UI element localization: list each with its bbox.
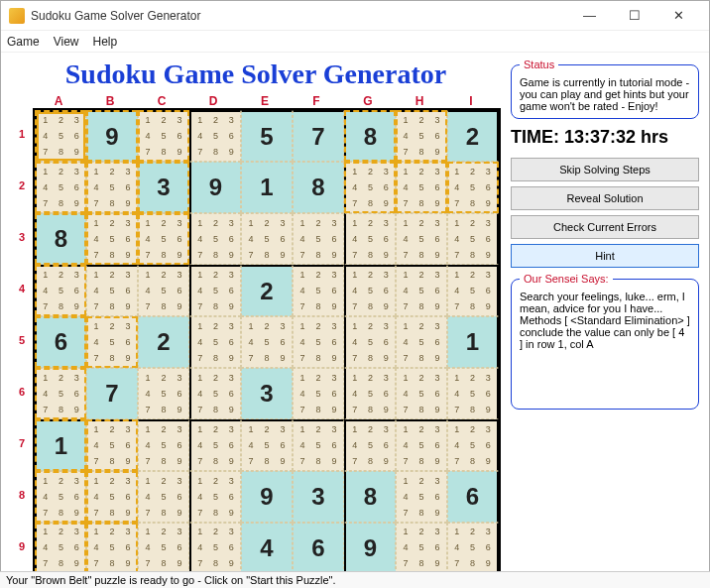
cell[interactable]: 123456789	[396, 368, 447, 419]
cell[interactable]: 7	[293, 110, 344, 162]
skip-solving-button[interactable]: Skip Solving Steps	[511, 158, 699, 181]
cell[interactable]: 123456789	[189, 316, 241, 368]
cell[interactable]: 9	[189, 162, 241, 213]
cell[interactable]: 123456789	[396, 316, 447, 368]
cell[interactable]: 123456789	[396, 265, 447, 316]
cell[interactable]: 123456789	[189, 523, 241, 574]
cell[interactable]: 2	[241, 265, 293, 316]
cell[interactable]: 123456789	[447, 162, 499, 213]
cell[interactable]: 123456789	[344, 265, 396, 316]
cell[interactable]: 123456789	[293, 265, 344, 316]
cell[interactable]: 123456789	[189, 110, 241, 162]
cell[interactable]: 123456789	[396, 419, 447, 471]
pencil-mark: 5	[259, 334, 275, 350]
cell[interactable]: 3	[138, 162, 189, 213]
cell[interactable]: 123456789	[396, 471, 447, 523]
cell[interactable]: 123456789	[241, 213, 293, 265]
cell[interactable]: 123456789	[447, 265, 499, 316]
cell[interactable]: 123456789	[447, 213, 499, 265]
cell[interactable]: 123456789	[86, 316, 138, 368]
cell[interactable]: 9	[344, 523, 396, 574]
cell[interactable]: 123456789	[189, 265, 241, 316]
menu-game[interactable]: Game	[7, 35, 40, 49]
cell[interactable]: 6	[35, 316, 86, 368]
cell[interactable]: 8	[293, 162, 344, 213]
cell[interactable]: 9	[86, 110, 138, 162]
cell[interactable]: 5	[241, 110, 293, 162]
cell[interactable]: 123456789	[447, 368, 499, 419]
cell[interactable]: 4	[241, 523, 293, 574]
cell[interactable]: 123456789	[344, 162, 396, 213]
cell[interactable]: 123456789	[35, 265, 86, 316]
cell[interactable]: 1	[447, 316, 499, 368]
maximize-button[interactable]: ☐	[612, 1, 656, 31]
cell[interactable]: 123456789	[86, 213, 138, 265]
cell[interactable]: 123456789	[86, 471, 138, 523]
cell[interactable]: 123456789	[138, 110, 189, 162]
cell[interactable]: 123456789	[35, 162, 86, 213]
cell[interactable]: 123456789	[189, 213, 241, 265]
cell[interactable]: 6	[447, 471, 499, 523]
cell[interactable]: 123456789	[86, 419, 138, 471]
cell[interactable]: 123456789	[344, 368, 396, 419]
cell[interactable]: 123456789	[86, 265, 138, 316]
cell[interactable]: 123456789	[344, 419, 396, 471]
cell[interactable]: 9	[241, 471, 293, 523]
pencil-mark: 5	[208, 489, 224, 505]
cell[interactable]: 123456789	[447, 419, 499, 471]
cell[interactable]: 1	[241, 162, 293, 213]
cell[interactable]: 123456789	[344, 316, 396, 368]
cell[interactable]: 2	[138, 316, 189, 368]
close-button[interactable]: ✕	[656, 1, 701, 31]
cell[interactable]: 123456789	[138, 523, 189, 574]
cell[interactable]: 123456789	[138, 471, 189, 523]
cell[interactable]: 123456789	[447, 523, 499, 574]
cell[interactable]: 123456789	[396, 523, 447, 574]
cell[interactable]: 123456789	[396, 213, 447, 265]
minimize-button[interactable]: —	[567, 1, 612, 31]
pencil-mark: 5	[208, 129, 224, 145]
cell[interactable]: 123456789	[86, 523, 138, 574]
cell[interactable]: 123456789	[344, 213, 396, 265]
check-errors-button[interactable]: Check Current Errors	[511, 215, 699, 239]
cell[interactable]: 123456789	[35, 471, 86, 523]
pencil-mark: 3	[429, 422, 445, 438]
pencil-mark: 3	[223, 473, 239, 489]
reveal-solution-button[interactable]: Reveal Solution	[511, 186, 699, 210]
cell[interactable]: 8	[344, 471, 396, 523]
cell[interactable]: 6	[293, 523, 344, 574]
cell[interactable]: 123456789	[293, 419, 344, 471]
cell[interactable]: 1	[35, 419, 86, 471]
cell[interactable]: 123456789	[293, 213, 344, 265]
pencil-mark: 9	[223, 247, 239, 263]
cell[interactable]: 123456789	[293, 368, 344, 419]
cell[interactable]: 3	[241, 368, 293, 419]
cell[interactable]: 123456789	[241, 316, 293, 368]
cell[interactable]: 123456789	[35, 110, 86, 162]
cell[interactable]: 123456789	[86, 162, 138, 213]
cell[interactable]: 123456789	[396, 110, 447, 162]
cell[interactable]: 123456789	[138, 419, 189, 471]
cell[interactable]: 123456789	[35, 368, 86, 419]
menu-view[interactable]: View	[54, 35, 79, 49]
cell[interactable]: 7	[86, 368, 138, 419]
cell[interactable]: 123456789	[138, 368, 189, 419]
menu-help[interactable]: Help	[92, 35, 117, 49]
col-label: E	[239, 94, 291, 108]
cell[interactable]: 123456789	[293, 316, 344, 368]
cell[interactable]: 123456789	[138, 265, 189, 316]
pencil-mark: 3	[172, 113, 187, 129]
cell[interactable]: 123456789	[35, 523, 86, 574]
cell[interactable]: 123456789	[138, 213, 189, 265]
cell[interactable]: 2	[447, 110, 499, 162]
pencil-mark: 7	[347, 247, 363, 263]
cell[interactable]: 123456789	[241, 419, 293, 471]
cell[interactable]: 123456789	[189, 368, 241, 419]
hint-button[interactable]: Hint	[511, 244, 699, 268]
cell[interactable]: 123456789	[189, 471, 241, 523]
cell[interactable]: 123456789	[189, 419, 241, 471]
cell[interactable]: 8	[344, 110, 396, 162]
cell[interactable]: 3	[293, 471, 344, 523]
cell[interactable]: 8	[35, 213, 86, 265]
cell[interactable]: 123456789	[396, 162, 447, 213]
